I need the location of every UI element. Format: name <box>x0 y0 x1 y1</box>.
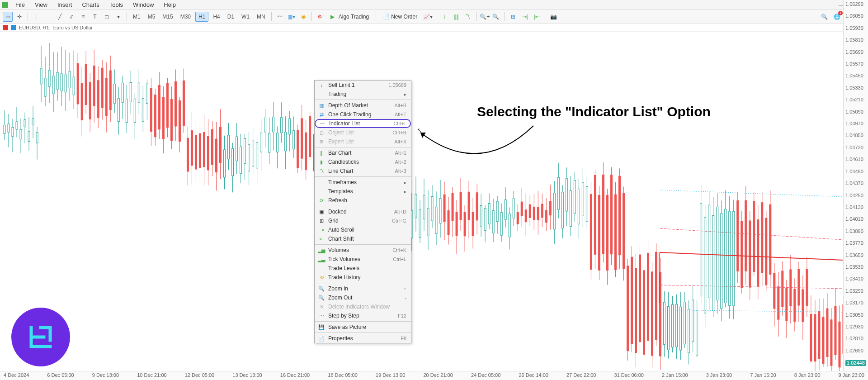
shift-chart-icon[interactable]: ↕ <box>439 12 449 22</box>
mql5-icon[interactable]: 🌐1 <box>832 12 842 22</box>
cm-line-chart[interactable]: 〽 Line Chart Alt+3 <box>315 166 411 176</box>
text-tool-icon[interactable]: T <box>90 12 100 22</box>
trendline-icon[interactable]: ╱ <box>55 12 65 22</box>
menu-charts[interactable]: Charts <box>77 0 104 9</box>
chart-type-dropdown-icon[interactable]: ▥▾ <box>287 12 297 22</box>
zoom-in-icon[interactable]: 🔍+ <box>480 12 490 22</box>
svg-rect-253 <box>517 212 519 224</box>
sell-limit-icon: ↓ <box>318 82 325 88</box>
strategy-tester-icon[interactable]: 📈▾ <box>423 12 433 22</box>
svg-rect-243 <box>496 201 498 222</box>
menu-window[interactable]: Window <box>128 0 158 9</box>
cm-step-by-step[interactable]: ⋯ Step by Step F12 <box>315 311 411 320</box>
cm-trading[interactable]: Trading ▸ <box>315 90 411 99</box>
svg-rect-65 <box>134 99 136 123</box>
svg-rect-215 <box>439 199 441 223</box>
step-icon: ⋯ <box>318 313 325 319</box>
annotation-arrow-icon <box>416 124 542 178</box>
channel-icon[interactable]: ⫽ <box>66 12 76 22</box>
svg-rect-257 <box>525 210 527 222</box>
menu-tools[interactable]: Tools <box>105 0 127 9</box>
cm-properties[interactable]: 📄 Properties F8 <box>315 334 411 343</box>
bar-chart-icon: ‖ <box>318 150 325 156</box>
cm-volumes[interactable]: ▂▅ Volumes Ctrl+K <box>315 246 411 255</box>
vertical-line-icon[interactable]: │ <box>31 12 41 22</box>
timeframe-d1[interactable]: D1 <box>225 12 237 21</box>
svg-rect-299 <box>610 175 612 254</box>
tile-windows-icon[interactable]: ⊞ <box>508 12 518 22</box>
svg-rect-369 <box>753 201 755 272</box>
trend-line-lower-dotted[interactable] <box>660 310 843 312</box>
trend-line-red-solid[interactable] <box>660 252 843 260</box>
menu-view[interactable]: View <box>30 0 52 9</box>
cm-zoom-in[interactable]: 🔍 Zoom In + <box>315 284 411 293</box>
menu-insert[interactable]: Insert <box>53 0 77 9</box>
trend-line-dashed-2[interactable] <box>660 285 843 289</box>
cm-trade-history[interactable]: ⟲ Trade History <box>315 273 411 282</box>
more-shapes-icon[interactable]: ▾ <box>113 12 123 22</box>
svg-rect-401 <box>818 311 820 359</box>
cm-candlesticks[interactable]: ▮ Candlesticks Alt+2 <box>315 157 411 166</box>
new-order-button[interactable]: 📄 New Order <box>379 12 421 21</box>
cm-docked[interactable]: ▣ Docked Alt+D <box>315 207 411 216</box>
cm-one-click-trading[interactable]: ⇄ One Click Trading Alt+T <box>315 110 411 119</box>
menu-help[interactable]: Help <box>159 0 180 9</box>
cm-grid[interactable]: ⊞ Grid Ctrl+G <box>315 216 411 225</box>
auto-scroll-icon[interactable]: ⇥| <box>520 12 530 22</box>
horizontal-line-icon[interactable]: ─ <box>43 12 53 22</box>
svg-rect-259 <box>529 204 531 218</box>
timeframe-h1[interactable]: H1 <box>195 12 208 22</box>
trend-line-upper-dotted[interactable] <box>660 190 843 197</box>
screenshot-icon[interactable]: 📷 <box>548 12 558 22</box>
fibonacci-icon[interactable]: ≡ <box>78 12 88 22</box>
svg-rect-265 <box>541 204 543 217</box>
cm-bar-chart[interactable]: ‖ Bar Chart Alt+1 <box>315 148 411 157</box>
bars-icon[interactable]: ‖‖ <box>451 12 461 22</box>
timeframe-h4[interactable]: H4 <box>210 12 222 21</box>
chart-shift-icon[interactable]: |⇤ <box>532 12 542 22</box>
zoom-out-icon[interactable]: 🔍- <box>491 12 501 22</box>
svg-rect-315 <box>643 271 645 355</box>
cm-tick-volumes[interactable]: ▂▃ Tick Volumes Ctrl+L <box>315 255 411 264</box>
cm-trade-levels[interactable]: ═ Trade Levels <box>315 264 411 273</box>
timeframe-m5[interactable]: M5 <box>145 12 158 21</box>
trend-line-dashed-1[interactable] <box>660 228 843 240</box>
chart-description: Euro vs US Dollar <box>53 25 93 30</box>
svg-rect-285 <box>582 182 584 216</box>
svg-rect-223 <box>456 212 458 236</box>
search-icon[interactable]: 🔍 <box>819 12 829 22</box>
svg-rect-29 <box>61 74 62 91</box>
timeframe-mn[interactable]: MN <box>254 12 268 21</box>
cursor-tool-icon[interactable]: ▭ <box>3 12 13 22</box>
svg-rect-71 <box>146 84 148 103</box>
timeframe-w1[interactable]: W1 <box>239 12 252 21</box>
svg-rect-95 <box>195 135 197 169</box>
timeframe-m15[interactable]: M15 <box>160 12 175 21</box>
svg-rect-15 <box>32 118 34 125</box>
cm-chart-shift[interactable]: ⇤ Chart Shift <box>315 234 411 243</box>
cm-refresh[interactable]: ⟳ Refresh <box>315 196 411 205</box>
svg-rect-83 <box>170 100 172 141</box>
cm-auto-scroll[interactable]: ⇥ Auto Scroll <box>315 225 411 234</box>
timeframe-m30[interactable]: M30 <box>178 12 193 21</box>
cm-templates[interactable]: Templates ▸ <box>315 187 411 196</box>
line-chart-icon[interactable]: 〽 <box>463 12 473 22</box>
expert-advisor-icon[interactable]: ⚙ <box>315 12 325 22</box>
crosshair-tool-icon[interactable]: ✛ <box>14 12 24 22</box>
cm-sell-limit[interactable]: ↓ Sell Limit 1 1.05689 <box>315 81 411 90</box>
object-dropdown-icon[interactable]: ◉ <box>298 12 308 22</box>
cm-indicator-list[interactable]: 〰 Indicator List Ctrl+I <box>315 119 411 128</box>
algo-trading-button[interactable]: ▶ Algo Trading <box>327 12 373 21</box>
cm-timeframes[interactable]: Timeframes ▸ <box>315 178 411 187</box>
timeframe-m1[interactable]: M1 <box>130 12 143 21</box>
svg-rect-311 <box>635 268 637 353</box>
svg-rect-383 <box>782 271 783 307</box>
candlestick-chart[interactable] <box>0 32 843 371</box>
cm-save-picture[interactable]: 💾 Save as Picture <box>315 323 411 332</box>
cm-depth-of-market[interactable]: ▥ Depth Of Market Alt+B <box>315 101 411 110</box>
shapes-tool-icon[interactable]: ◻ <box>102 12 112 22</box>
svg-rect-391 <box>798 269 800 305</box>
menu-file[interactable]: File <box>11 0 29 9</box>
indicator-dropdown-icon[interactable]: 〰 <box>275 12 285 22</box>
cm-zoom-out[interactable]: 🔍 Zoom Out - <box>315 293 411 302</box>
